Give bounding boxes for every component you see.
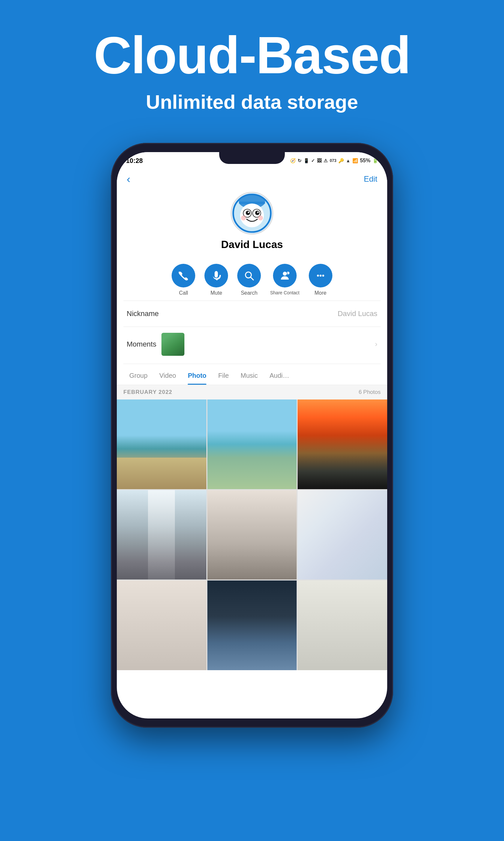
battery-level: 55% <box>360 158 371 164</box>
svg-point-8 <box>248 211 249 213</box>
battery-icon: 🔋 <box>373 158 378 163</box>
photo-4[interactable] <box>117 490 206 580</box>
tab-file[interactable]: File <box>212 367 235 385</box>
moments-label: Moments <box>127 340 156 348</box>
search-label: Search <box>241 290 257 296</box>
phone-screen: 10:28 🧭 ↻ 📱 ✓ 🖼 ⚠ 073 🔑 ▲ 📶 55% 🔋 <box>117 152 387 719</box>
svg-point-15 <box>283 272 287 276</box>
svg-point-13 <box>246 272 251 278</box>
status-time: 10:28 <box>126 157 143 165</box>
share-contact-label: Share Contact <box>270 290 300 295</box>
photos-header: FEBRUARY 2022 6 Photos <box>117 385 387 399</box>
photo-7[interactable] <box>117 581 206 670</box>
photo-9[interactable] <box>298 581 387 670</box>
mute-icon <box>204 264 228 288</box>
more-icon <box>309 264 332 288</box>
notch <box>219 152 285 164</box>
tab-group[interactable]: Group <box>123 367 154 385</box>
main-title: Cloud-Based <box>94 26 411 84</box>
search-icon <box>237 264 261 288</box>
svg-point-18 <box>317 275 319 277</box>
page-header: Cloud-Based Unlimited data storage <box>94 26 411 113</box>
profile-section: David Lucas <box>117 189 387 257</box>
nickname-label: Nickname <box>127 309 159 318</box>
tab-video[interactable]: Video <box>154 367 182 385</box>
nickname-value: David Lucas <box>338 309 377 318</box>
photo-2[interactable] <box>208 399 297 489</box>
moments-thumbnail <box>161 333 184 356</box>
action-more[interactable]: More <box>309 264 332 296</box>
share-contact-icon: + <box>273 264 296 288</box>
photos-date: FEBRUARY 2022 <box>123 389 172 396</box>
mute-label: Mute <box>210 290 222 296</box>
compass-icon: 🧭 <box>290 158 295 163</box>
moments-row[interactable]: Moments › <box>117 328 387 360</box>
image-icon: 🖼 <box>317 158 322 163</box>
action-call[interactable]: Call <box>172 264 195 296</box>
contact-name: David Lucas <box>221 239 283 251</box>
svg-line-14 <box>251 277 254 280</box>
tabs-bar: Group Video Photo File Music Audi… <box>117 367 387 385</box>
svg-point-6 <box>246 210 250 215</box>
tab-music[interactable]: Music <box>235 367 264 385</box>
photo-1[interactable] <box>117 399 206 489</box>
more-label: More <box>315 290 326 296</box>
signal-icon: 📶 <box>353 158 358 163</box>
svg-point-9 <box>257 211 259 213</box>
divider-3 <box>123 364 381 364</box>
check-icon: ✓ <box>311 158 315 163</box>
svg-point-7 <box>255 210 259 215</box>
nickname-row[interactable]: Nickname David Lucas <box>117 302 387 325</box>
phone-body: 10:28 🧭 ↻ 📱 ✓ 🖼 ⚠ 073 🔑 ▲ 📶 55% 🔋 <box>111 143 393 728</box>
svg-point-20 <box>322 275 324 277</box>
photos-grid <box>117 399 387 670</box>
action-share-contact[interactable]: + Share Contact <box>270 264 300 296</box>
divider-1 <box>123 301 381 301</box>
photo-6[interactable] <box>298 490 387 580</box>
photo-5[interactable] <box>208 490 297 580</box>
tab-photo[interactable]: Photo <box>182 367 212 385</box>
call-label: Call <box>179 290 188 296</box>
tab-audio[interactable]: Audi… <box>264 367 295 385</box>
svg-text:+: + <box>287 272 288 275</box>
sim-icon: 📱 <box>304 158 309 163</box>
action-buttons: Call Mute <box>117 257 387 299</box>
photo-8[interactable] <box>208 581 297 670</box>
alert-icon: ⚠ <box>324 158 328 163</box>
svg-point-19 <box>320 275 322 277</box>
action-mute[interactable]: Mute <box>204 264 228 296</box>
phone-mockup: 10:28 🧭 ↻ 📱 ✓ 🖼 ⚠ 073 🔑 ▲ 📶 55% 🔋 <box>111 143 393 734</box>
refresh-icon: ↻ <box>298 158 302 163</box>
back-button[interactable]: ‹ <box>127 172 130 185</box>
edit-button[interactable]: Edit <box>364 174 377 184</box>
divider-2 <box>123 327 381 327</box>
nav-bar: ‹ Edit <box>117 169 387 189</box>
action-search[interactable]: Search <box>237 264 261 296</box>
photo-3[interactable] <box>298 399 387 489</box>
moments-left: Moments <box>127 333 184 356</box>
wifi-icon: ▲ <box>346 158 350 163</box>
chevron-right-icon: › <box>375 340 377 348</box>
avatar <box>231 192 273 235</box>
key-icon: 🔑 <box>338 158 344 163</box>
status-icons: 🧭 ↻ 📱 ✓ 🖼 ⚠ 073 🔑 ▲ 📶 55% 🔋 <box>290 158 378 164</box>
photos-count: 6 Photos <box>359 389 381 396</box>
data-speed: 073 <box>330 158 336 163</box>
subtitle: Unlimited data storage <box>94 91 411 113</box>
svg-point-11 <box>258 216 263 220</box>
call-icon <box>172 264 195 288</box>
svg-point-10 <box>241 216 246 220</box>
